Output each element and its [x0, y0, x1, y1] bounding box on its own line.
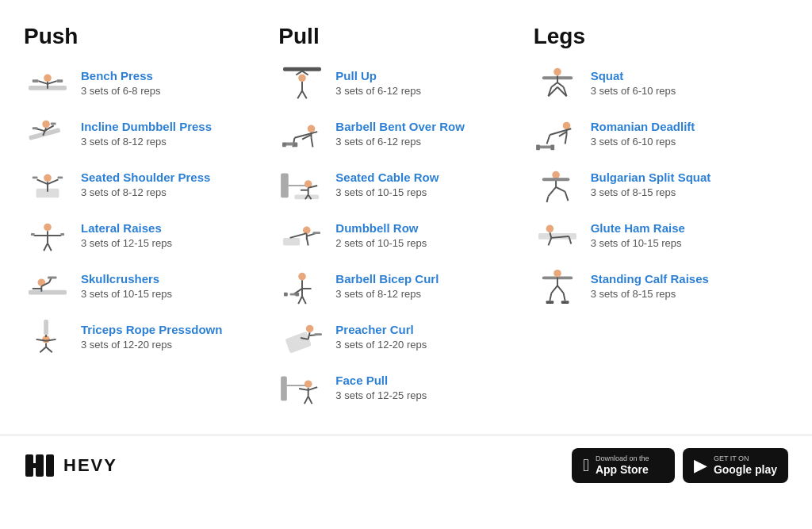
exercise-icon-shoulder-press	[24, 165, 71, 205]
svg-line-50	[302, 91, 307, 99]
svg-point-87	[306, 325, 314, 333]
svg-rect-91	[315, 333, 323, 335]
list-item: Face Pull3 sets of 12-25 reps	[278, 368, 517, 408]
exercise-text-block: Romanian Deadlift3 sets of 6-10 reps	[591, 119, 695, 149]
svg-rect-138	[546, 301, 553, 304]
main-content: Push Bench Press3 sets of 6-8 reps Incli…	[0, 0, 812, 435]
exercise-sets: 3 sets of 6-8 reps	[81, 84, 160, 98]
exercise-name: Dumbbell Row	[335, 220, 427, 236]
svg-point-51	[308, 125, 316, 132]
svg-rect-59	[294, 143, 298, 148]
exercise-text-block: Pull Up3 sets of 6-12 reps	[335, 68, 421, 98]
svg-point-76	[299, 273, 307, 281]
svg-line-49	[298, 91, 303, 99]
exercise-name: Skullcrushers	[81, 271, 172, 287]
svg-rect-60	[281, 174, 289, 198]
svg-rect-7	[29, 128, 60, 140]
exercise-icon-split-squat	[534, 165, 581, 205]
exercise-sets: 3 sets of 8-15 reps	[591, 186, 711, 200]
exercise-sets: 3 sets of 10-15 reps	[591, 236, 685, 251]
svg-point-70	[303, 226, 311, 234]
svg-rect-85	[296, 293, 300, 297]
exercise-icon-cable-row	[278, 165, 326, 205]
exercise-text-block: Preacher Curl3 sets of 12-20 reps	[335, 322, 427, 352]
list-item: Glute Ham Raise3 sets of 10-15 reps	[534, 216, 772, 255]
svg-point-109	[562, 122, 570, 130]
exercise-icon-glute-ham	[534, 216, 581, 255]
svg-point-132	[553, 270, 561, 278]
exercise-sets: 3 sets of 12-15 reps	[81, 236, 172, 251]
exercise-icon-incline-dumbbell	[24, 114, 71, 154]
column-push: Push Bench Press3 sets of 6-8 reps Incli…	[24, 24, 278, 419]
svg-rect-28	[60, 233, 64, 236]
svg-line-99	[308, 397, 312, 404]
exercise-sets: 3 sets of 6-10 reps	[591, 84, 676, 98]
exercise-icon-dumbbell-row	[278, 216, 326, 255]
svg-line-113	[565, 135, 566, 144]
svg-line-106	[557, 82, 564, 87]
svg-rect-84	[284, 293, 288, 297]
footer: HEVY  Download on the App Store ▶ GET I…	[0, 435, 812, 496]
svg-point-8	[42, 121, 50, 128]
svg-point-1	[44, 74, 52, 82]
exercise-text-block: Standing Calf Raises3 sets of 8-15 reps	[591, 271, 709, 301]
list-item: Barbell Bent Over Row3 sets of 6-12 reps	[278, 114, 517, 154]
exercise-text-block: Face Pull3 sets of 12-25 reps	[335, 373, 427, 403]
list-item: Romanian Deadlift3 sets of 6-10 reps	[534, 114, 772, 154]
svg-line-96	[299, 389, 308, 390]
hevy-logo-icon	[24, 451, 56, 480]
svg-line-105	[551, 82, 557, 87]
svg-rect-114	[539, 145, 551, 148]
list-item: Lateral Raises3 sets of 12-15 reps	[24, 216, 262, 255]
exercise-name: Seated Cable Row	[335, 170, 439, 186]
svg-rect-125	[538, 233, 576, 240]
hevy-logo-text: HEVY	[63, 455, 117, 476]
svg-point-93	[304, 380, 312, 388]
exercise-icon-calf-raise	[534, 266, 581, 306]
svg-line-55	[312, 138, 313, 148]
svg-line-121	[556, 187, 565, 192]
svg-rect-20	[57, 176, 63, 178]
exercise-sets: 3 sets of 6-10 reps	[591, 135, 695, 149]
svg-rect-27	[31, 233, 35, 236]
svg-rect-83	[290, 293, 297, 296]
list-item: Standing Calf Raises3 sets of 8-15 reps	[534, 266, 772, 306]
list-item: Squat3 sets of 6-10 reps	[534, 63, 772, 103]
exercise-text-block: Bench Press3 sets of 6-8 reps	[81, 68, 160, 98]
exercise-text-block: Barbell Bicep Curl3 sets of 8-12 reps	[335, 271, 439, 301]
app-store-button[interactable]:  Download on the App Store	[572, 448, 675, 483]
exercise-text-block: Bulgarian Split Squat3 sets of 8-15 reps	[591, 170, 711, 200]
exercise-sets: 3 sets of 12-25 reps	[335, 389, 427, 403]
svg-rect-19	[33, 176, 38, 178]
exercise-text-block: Barbell Bent Over Row3 sets of 6-12 reps	[335, 119, 465, 149]
exercise-name: Preacher Curl	[335, 322, 427, 338]
exercise-name: Triceps Rope Pressdown	[81, 322, 222, 338]
svg-rect-13	[51, 123, 56, 125]
list-item: Incline Dumbbell Press3 sets of 8-12 rep…	[24, 114, 262, 154]
svg-line-88	[308, 332, 310, 339]
exercise-text-block: Lateral Raises3 sets of 12-15 reps	[81, 220, 172, 251]
exercise-name: Lateral Raises	[81, 220, 172, 236]
list-item: Skullcrushers3 sets of 10-15 reps	[24, 266, 262, 306]
exercise-icon-face-pull	[278, 368, 326, 408]
list-item: Seated Shoulder Press3 sets of 8-12 reps	[24, 165, 262, 205]
svg-point-15	[44, 174, 52, 182]
exercise-sets: 3 sets of 10-15 reps	[81, 287, 172, 301]
svg-line-112	[546, 135, 550, 144]
exercise-text-block: Skullcrushers3 sets of 10-15 reps	[81, 271, 172, 301]
svg-line-81	[302, 296, 306, 304]
google-play-button[interactable]: ▶ GET IT ON Google play	[683, 448, 788, 483]
exercise-sets: 3 sets of 6-12 reps	[335, 135, 465, 149]
column-legs: Legs Squat3 sets of 6-10 reps Romanian D…	[534, 24, 788, 419]
logo-area: HEVY	[24, 451, 117, 480]
exercise-name: Bench Press	[81, 68, 160, 84]
exercise-icon-bicep-curl	[278, 266, 326, 306]
svg-line-73	[307, 238, 308, 246]
svg-point-101	[553, 68, 561, 76]
svg-line-40	[40, 347, 46, 352]
exercise-icon-skullcrusher	[24, 266, 71, 306]
google-play-icon: ▶	[694, 457, 707, 474]
svg-line-80	[299, 296, 303, 304]
svg-rect-86	[285, 332, 312, 354]
svg-line-25	[44, 243, 48, 251]
